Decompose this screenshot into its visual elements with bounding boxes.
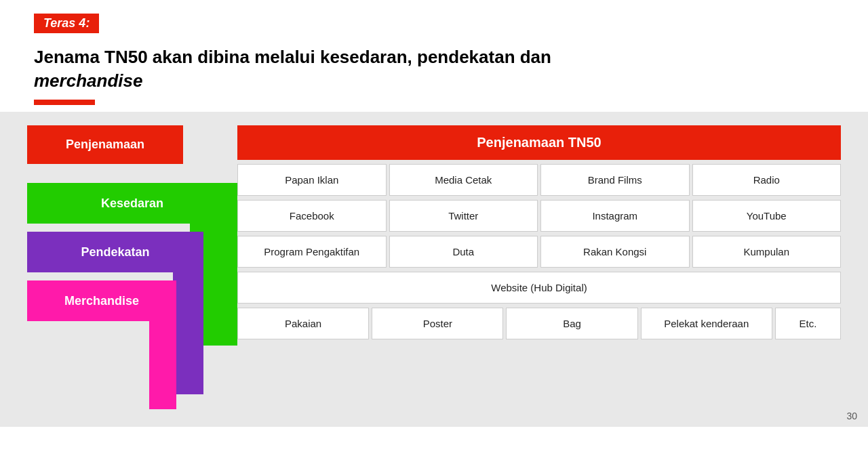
cell-etc: Etc. [775,308,841,339]
cell-radio: Radio [692,164,842,196]
cell-duta: Duta [389,236,538,268]
row-social-media: Facebook Twitter Instagram YouTube [237,200,841,232]
bottom-section: Penjenamaan Kesedaran Pendekatan Merchan… [0,112,868,427]
cell-papan-iklan: Papan Iklan [237,164,387,196]
teras-badge: Teras 4: [34,14,99,33]
top-section: Teras 4: Jenama TN50 akan dibina melalui… [0,0,868,112]
cell-website: Website (Hub Digital) [237,272,841,304]
cell-bag: Bag [506,308,637,339]
cell-twitter: Twitter [389,200,538,232]
penjenamaan-row: Penjenamaan [27,125,224,172]
cell-brand-films: Brand Films [540,164,690,196]
cell-pakaian: Pakaian [237,308,369,339]
row-traditional-media: Papan Iklan Media Cetak Brand Films Radi… [237,164,841,196]
cell-youtube: YouTube [692,200,842,232]
right-column: Penjenamaan TN50 Papan Iklan Media Cetak… [237,125,841,413]
cell-media-cetak: Media Cetak [389,164,538,196]
main-title: Jenama TN50 akan dibina melalui kesedara… [34,45,834,93]
kesedaran-button[interactable]: Kesedaran [101,196,163,211]
cell-poster: Poster [372,308,503,339]
row-engagement: Program Pengaktifan Duta Rakan Kongsi Ku… [237,236,841,268]
cell-rakan-kongsi: Rakan Kongsi [540,236,690,268]
penjenamaan-button[interactable]: Penjenamaan [27,125,183,164]
cell-pelekat-kenderaan: Pelekat kenderaan [641,308,772,339]
cell-facebook: Facebook [237,200,387,232]
right-panel-header: Penjenamaan TN50 [237,125,841,160]
cell-kumpulan: Kumpulan [692,236,842,268]
page-number: 30 [846,411,857,421]
cell-program-pengaktifan: Program Pengaktifan [237,236,387,268]
cell-instagram: Instagram [540,200,690,232]
title-line1: Jenama TN50 akan dibina melalui kesedara… [34,47,551,67]
title-italic: merchandise [34,70,142,91]
pendekatan-button[interactable]: Pendekatan [81,245,149,259]
row-merchandise: Pakaian Poster Bag Pelekat kenderaan Etc… [237,308,841,339]
left-column: Penjenamaan Kesedaran Pendekatan Merchan… [27,125,224,413]
row-website: Website (Hub Digital) [237,272,841,304]
red-underline [34,100,95,105]
merchandise-button[interactable]: Merchandise [64,294,139,308]
